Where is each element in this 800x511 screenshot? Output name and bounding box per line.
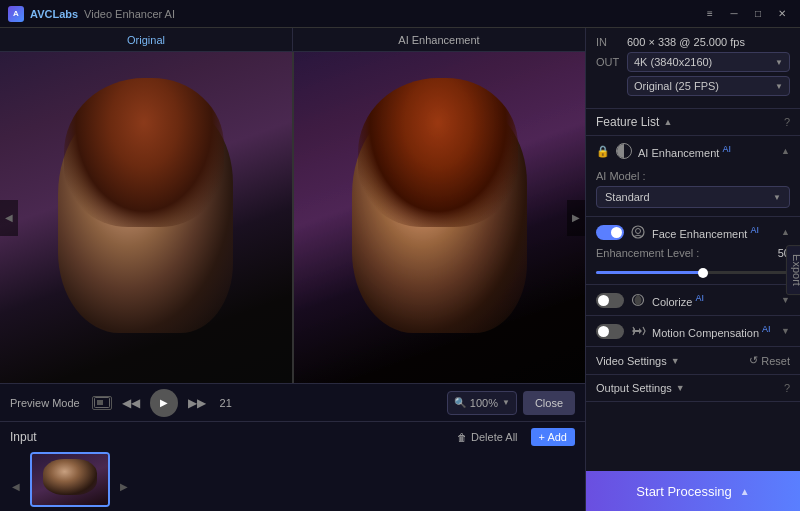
zoom-value: 100% xyxy=(470,397,498,409)
resolution-dropdown[interactable]: 4K (3840x2160) ▼ xyxy=(627,52,790,72)
input-files-area: ◀ Part#1.mp4 ▶ xyxy=(10,452,575,511)
output-settings-label: Output Settings xyxy=(596,382,672,394)
in-row: IN 600 × 338 @ 25.000 fps xyxy=(596,36,790,48)
slider-thumb[interactable] xyxy=(698,268,708,278)
colorize-icon xyxy=(630,292,646,308)
ai-enhancement-block: 🔒 AI Enhancement AI ▲ AI Model : Standar… xyxy=(586,136,800,217)
ai-enhanced-header: AI Enhancement xyxy=(293,28,585,51)
app-icon: A xyxy=(8,6,24,22)
face-ai-badge: AI xyxy=(750,225,759,235)
face-enhancement-toggle[interactable] xyxy=(596,225,624,240)
minimize-button[interactable]: ─ xyxy=(724,4,744,24)
colorize-ai-badge: AI xyxy=(695,293,704,303)
motion-icon xyxy=(630,323,646,339)
fps-dropdown-arrow: ▼ xyxy=(775,82,783,91)
motion-compensation-header: Motion Compensation AI ▼ xyxy=(586,316,800,346)
export-label: Export xyxy=(786,245,800,295)
svg-point-3 xyxy=(636,229,641,234)
slider-fill xyxy=(596,271,703,274)
play-button[interactable]: ▶ xyxy=(150,389,178,417)
face-enhancement-header: Face Enhancement AI ▲ xyxy=(586,217,800,247)
motion-compensation-expand[interactable]: ▼ xyxy=(781,326,790,336)
main-layout: Original AI Enhancement ◀ ▶ Preview Mode xyxy=(0,28,800,511)
svg-rect-1 xyxy=(97,400,103,405)
add-file-button[interactable]: + Add xyxy=(531,428,575,446)
face-enhancement-expand[interactable]: ▲ xyxy=(781,227,790,237)
zoom-dropdown-arrow: ▼ xyxy=(502,398,510,407)
start-processing-label: Start Processing xyxy=(636,484,731,499)
ai-enhancement-header: 🔒 AI Enhancement AI ▲ xyxy=(586,136,800,166)
enhancement-level-slider[interactable] xyxy=(596,271,800,274)
ai-enhancement-name: AI Enhancement AI xyxy=(638,144,775,159)
delete-all-button[interactable]: 🗑 Delete All xyxy=(450,428,524,446)
feature-list-arrow[interactable]: ▲ xyxy=(663,117,672,127)
original-video-pane xyxy=(0,52,292,383)
video-settings-left: Video Settings ▼ xyxy=(596,355,680,367)
titlebar-controls: ≡ ─ □ ✕ xyxy=(700,4,792,24)
toggle-knob xyxy=(611,227,622,238)
reset-label: Reset xyxy=(761,355,790,367)
titlebar: A AVCLabs Video Enhancer AI ≡ ─ □ ✕ xyxy=(0,0,800,28)
list-item: Part#1.mp4 xyxy=(30,452,110,511)
input-scroll-left[interactable]: ◀ xyxy=(10,479,22,494)
reset-button[interactable]: ↺ Reset xyxy=(749,354,790,367)
in-label: IN xyxy=(596,36,621,48)
original-header: Original xyxy=(0,28,292,51)
maximize-button[interactable]: □ xyxy=(748,4,768,24)
add-label: + Add xyxy=(539,431,567,443)
out-row: OUT 4K (3840x2160) ▼ xyxy=(596,52,790,72)
input-scroll-right[interactable]: ▶ xyxy=(118,479,130,494)
close-preview-button[interactable]: Close xyxy=(523,391,575,415)
input-actions: 🗑 Delete All + Add xyxy=(450,428,575,446)
preview-mode-label: Preview Mode xyxy=(10,397,80,409)
resolution-dropdown-arrow: ▼ xyxy=(775,58,783,67)
ai-badge: AI xyxy=(722,144,731,154)
colorize-name: Colorize AI xyxy=(652,293,775,308)
controls-bar: Preview Mode ◀◀ ▶ ▶▶ 21 🔍 100% ▼ Close xyxy=(0,383,585,421)
help-icon[interactable]: ? xyxy=(784,116,790,128)
input-header: Input 🗑 Delete All + Add xyxy=(10,428,575,446)
fps-row: Original (25 FPS) ▼ xyxy=(596,76,790,96)
video-settings-label: Video Settings xyxy=(596,355,667,367)
start-processing-button[interactable]: Start Processing ▲ xyxy=(586,471,800,511)
menu-icon[interactable]: ≡ xyxy=(700,4,720,24)
ai-enhancement-expand[interactable]: ▲ xyxy=(781,146,790,156)
titlebar-left: A AVCLabs Video Enhancer AI xyxy=(8,6,175,22)
scroll-left-arrow[interactable]: ◀ xyxy=(0,200,18,236)
enhanced-video-frame xyxy=(294,52,586,383)
video-settings-row[interactable]: Video Settings ▼ ↺ Reset xyxy=(586,347,800,375)
in-value: 600 × 338 @ 25.000 fps xyxy=(627,36,745,48)
preview-mode-icon[interactable] xyxy=(92,396,112,410)
enhancement-level-row: Enhancement Level : 50 xyxy=(586,247,800,267)
close-window-button[interactable]: ✕ xyxy=(772,4,792,24)
skip-back-button[interactable]: ◀◀ xyxy=(120,392,142,414)
colorize-expand[interactable]: ▼ xyxy=(781,295,790,305)
ai-enhancement-sub: AI Model : Standard ▼ xyxy=(586,166,800,216)
video-divider xyxy=(292,52,294,383)
frame-counter: 21 xyxy=(216,397,236,409)
motion-compensation-name: Motion Compensation AI xyxy=(652,324,775,339)
feature-list-title-row: Feature List ▲ xyxy=(596,115,672,129)
colorize-toggle[interactable] xyxy=(596,293,624,308)
skip-forward-button[interactable]: ▶▶ xyxy=(186,392,208,414)
ai-model-dropdown[interactable]: Standard ▼ xyxy=(596,186,790,208)
reset-icon: ↺ xyxy=(749,354,758,367)
start-processing-expand-icon: ▲ xyxy=(740,486,750,497)
original-video-frame xyxy=(0,52,292,383)
motion-toggle-knob xyxy=(598,326,609,337)
zoom-icon: 🔍 xyxy=(454,397,466,408)
video-area: ◀ ▶ xyxy=(0,52,585,383)
colorize-toggle-knob xyxy=(598,295,609,306)
file-thumbnail[interactable] xyxy=(30,452,110,507)
features-container: 🔒 AI Enhancement AI ▲ AI Model : Standar… xyxy=(586,136,800,471)
output-settings-row[interactable]: Output Settings ▼ ? xyxy=(586,375,800,402)
zoom-control[interactable]: 🔍 100% ▼ xyxy=(447,391,517,415)
titlebar-brand: AVCLabs xyxy=(30,8,78,20)
face-enhancement-block: Face Enhancement AI ▲ Enhancement Level … xyxy=(586,217,800,285)
fps-dropdown[interactable]: Original (25 FPS) ▼ xyxy=(627,76,790,96)
face-enhancement-name: Face Enhancement AI xyxy=(652,225,775,240)
colorize-block: Colorize AI ▼ xyxy=(586,285,800,316)
motion-compensation-toggle[interactable] xyxy=(596,324,624,339)
scroll-right-arrow[interactable]: ▶ xyxy=(567,200,585,236)
output-settings-help[interactable]: ? xyxy=(784,382,790,394)
